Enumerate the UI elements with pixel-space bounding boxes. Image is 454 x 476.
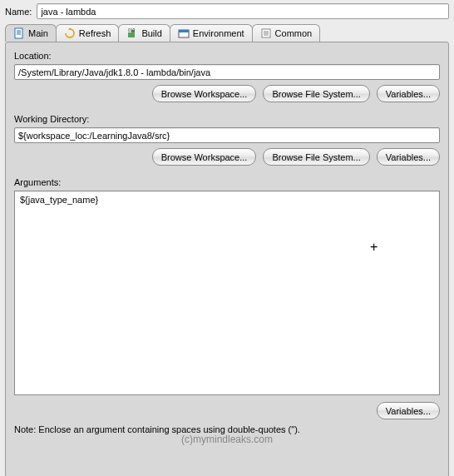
name-input[interactable] xyxy=(37,3,449,19)
document-icon xyxy=(13,27,25,39)
name-label: Name: xyxy=(5,7,32,17)
arguments-textarea[interactable] xyxy=(14,191,440,395)
variables-button[interactable]: Variables... xyxy=(377,85,440,102)
variables-button[interactable]: Variables... xyxy=(377,402,440,419)
tab-build[interactable]: 010 Build xyxy=(118,24,170,42)
location-label: Location: xyxy=(14,51,440,61)
location-input[interactable] xyxy=(14,64,440,80)
tab-label: Build xyxy=(141,28,161,38)
svg-rect-0 xyxy=(15,28,22,38)
tabs-row: Main Refresh 010 Build Environment Commo… xyxy=(0,22,454,42)
arguments-note: Note: Enclose an argument containing spa… xyxy=(14,424,440,434)
svg-rect-9 xyxy=(179,30,189,32)
browse-filesystem-button[interactable]: Browse File System... xyxy=(263,148,369,166)
working-directory-input[interactable] xyxy=(14,127,440,143)
tab-label: Environment xyxy=(193,28,244,38)
working-directory-buttons: Browse Workspace... Browse File System..… xyxy=(14,148,440,166)
main-panel: Location: Browse Workspace... Browse Fil… xyxy=(5,42,449,476)
tab-refresh[interactable]: Refresh xyxy=(56,24,120,42)
working-directory-label: Working Directory: xyxy=(14,114,440,124)
build-icon: 010 xyxy=(126,27,138,39)
tab-label: Common xyxy=(275,28,313,38)
variables-button[interactable]: Variables... xyxy=(377,148,440,166)
tab-common[interactable]: Common xyxy=(252,24,321,42)
refresh-icon xyxy=(64,27,76,39)
tab-label: Main xyxy=(28,28,48,38)
svg-text:010: 010 xyxy=(128,27,136,32)
name-row: Name: xyxy=(0,0,454,22)
watermark-text: (c)mymindleaks.com xyxy=(6,434,448,445)
environment-icon xyxy=(178,27,190,39)
tab-environment[interactable]: Environment xyxy=(170,24,253,42)
arguments-label: Arguments: xyxy=(14,177,440,187)
common-icon xyxy=(260,27,272,39)
tab-label: Refresh xyxy=(79,28,111,38)
svg-rect-5 xyxy=(128,32,131,37)
browse-workspace-button[interactable]: Browse Workspace... xyxy=(152,148,257,166)
browse-workspace-button[interactable]: Browse Workspace... xyxy=(152,85,257,102)
location-buttons: Browse Workspace... Browse File System..… xyxy=(14,85,440,102)
browse-filesystem-button[interactable]: Browse File System... xyxy=(263,85,369,102)
tab-main[interactable]: Main xyxy=(5,24,57,42)
arguments-buttons: Variables... xyxy=(14,402,440,419)
